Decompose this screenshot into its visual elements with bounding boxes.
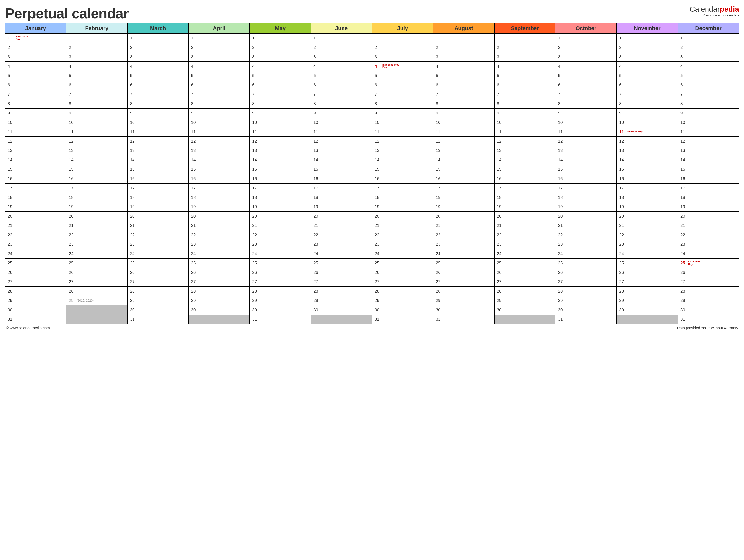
day-cell: 1 — [127, 34, 189, 43]
day-number: 16 — [252, 176, 259, 181]
day-cell: 14 — [678, 155, 739, 165]
day-cell: 2 — [250, 43, 311, 52]
day-cell: 29 — [372, 296, 433, 305]
day-number: 21 — [252, 223, 259, 228]
day-number: 7 — [313, 92, 320, 97]
day-cell: 4 — [494, 62, 555, 71]
day-cell: 1 — [189, 34, 250, 43]
day-cell: 22 — [433, 230, 494, 240]
day-cell: 6 — [372, 80, 433, 90]
day-cell: 1New Year's Day — [5, 34, 66, 43]
day-cell: 14 — [66, 155, 127, 165]
day-cell: 21 — [494, 221, 555, 230]
day-number: 2 — [191, 45, 197, 50]
day-cell: 20 — [555, 212, 617, 221]
day-number: 6 — [436, 83, 442, 87]
day-number: 18 — [375, 195, 381, 200]
day-number: 11 — [558, 129, 564, 135]
day-cell: 13 — [555, 146, 617, 155]
day-cell: 26 — [127, 268, 189, 277]
day-cell: 12 — [311, 137, 372, 146]
day-cell: 15 — [127, 165, 189, 174]
day-cell: 18 — [127, 193, 189, 202]
day-number: 29 — [680, 298, 687, 303]
day-number: 24 — [191, 251, 197, 256]
day-number: 19 — [375, 204, 381, 210]
day-number: 6 — [497, 83, 504, 87]
leap-note: (2016, 2020) — [77, 299, 94, 302]
day-cell: 29 — [678, 296, 739, 305]
day-number: 10 — [252, 120, 259, 125]
day-cell: 25 — [311, 259, 372, 268]
day-number: 12 — [436, 139, 442, 144]
day-row: 141414141414141414141414 — [5, 155, 739, 165]
day-number: 24 — [619, 251, 626, 256]
day-cell: 27 — [127, 277, 189, 287]
day-number: 27 — [130, 279, 137, 285]
day-number: 16 — [375, 176, 381, 181]
day-cell: 26 — [433, 268, 494, 277]
day-number: 13 — [191, 148, 197, 153]
day-cell: 30 — [555, 305, 617, 315]
day-number: 17 — [619, 186, 626, 191]
day-cell: 8 — [555, 99, 617, 109]
day-number: 10 — [8, 120, 14, 125]
day-cell: 9 — [127, 109, 189, 118]
day-number: 22 — [130, 233, 137, 237]
day-cell: 28 — [5, 287, 66, 296]
day-number: 13 — [130, 148, 137, 153]
month-header: February — [66, 23, 127, 34]
day-number: 7 — [252, 92, 259, 97]
calendar-table: JanuaryFebruaryMarchAprilMayJuneJulyAugu… — [5, 23, 739, 324]
day-cell: 3 — [617, 52, 678, 62]
day-cell: 10 — [678, 118, 739, 127]
day-cell: 8 — [494, 99, 555, 109]
day-cell: 9 — [250, 109, 311, 118]
day-cell: 21 — [127, 221, 189, 230]
day-number: 20 — [8, 214, 14, 219]
day-number: 29 — [558, 298, 564, 303]
day-row: 666666666666 — [5, 80, 739, 90]
day-number: 16 — [436, 176, 442, 181]
day-cell: 9 — [372, 109, 433, 118]
day-number: 27 — [8, 279, 14, 285]
day-number: 1 — [191, 36, 197, 41]
day-row: 999999999999 — [5, 109, 739, 118]
day-number: 27 — [252, 279, 259, 285]
day-cell: 16 — [433, 174, 494, 184]
day-number: 24 — [252, 251, 259, 256]
day-cell: 17 — [189, 184, 250, 193]
day-row: 242424242424242424242424 — [5, 249, 739, 259]
day-number: 12 — [69, 139, 75, 144]
day-cell: 8 — [189, 99, 250, 109]
day-row: 222222222222 — [5, 43, 739, 52]
day-number: 2 — [497, 45, 504, 50]
day-cell: 2 — [555, 43, 617, 52]
day-number: 25 — [130, 261, 137, 266]
day-number: 23 — [191, 242, 197, 247]
day-cell: 10 — [372, 118, 433, 127]
day-cell: 23 — [555, 240, 617, 249]
day-cell: 12 — [433, 137, 494, 146]
day-cell: 30 — [433, 305, 494, 315]
day-cell — [66, 305, 127, 315]
day-number: 9 — [558, 111, 564, 116]
day-number: 8 — [436, 101, 442, 106]
day-cell: 17 — [127, 184, 189, 193]
day-cell: 10 — [127, 118, 189, 127]
day-cell: 20 — [372, 212, 433, 221]
day-cell: 14 — [189, 155, 250, 165]
day-number: 3 — [680, 54, 687, 60]
brand-left: Calendar — [690, 5, 720, 13]
day-number: 25 — [8, 261, 14, 266]
day-cell: 25 — [189, 259, 250, 268]
day-cell: 3 — [189, 52, 250, 62]
day-cell: 26 — [617, 268, 678, 277]
day-number: 30 — [313, 308, 320, 312]
day-number: 15 — [558, 167, 564, 172]
day-cell: 4 — [250, 62, 311, 71]
day-number: 27 — [313, 279, 320, 285]
day-number: 3 — [619, 54, 626, 60]
day-number: 12 — [558, 139, 564, 144]
day-cell: 25 — [494, 259, 555, 268]
